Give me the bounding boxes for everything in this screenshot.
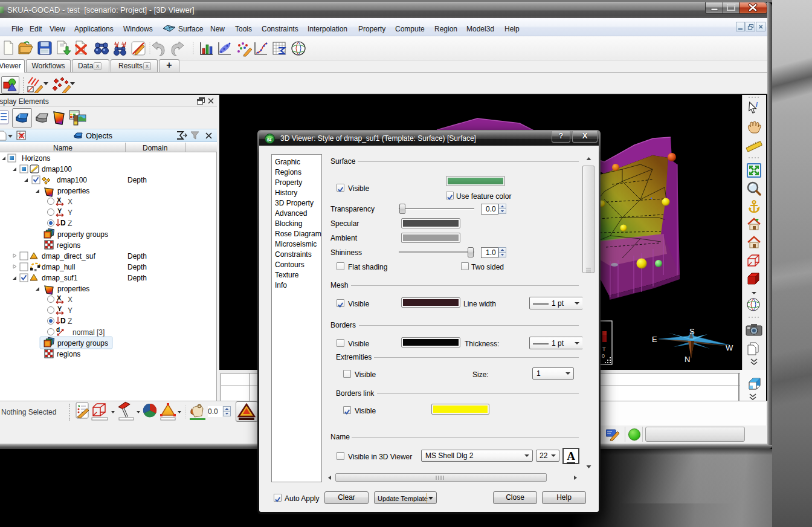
svg-text:normal [3]: normal [3] [72,328,105,337]
svg-text:d: d [56,326,60,333]
svg-text:E: E [652,335,657,344]
svg-text:X: X [57,294,62,302]
svg-text:Y: Y [68,306,72,315]
svg-text:Y: Y [57,207,62,215]
svg-text:property groups: property groups [57,230,108,239]
svg-text:D: D [60,317,66,325]
svg-text:N: N [685,355,690,364]
svg-text:dmap_direct_suf: dmap_direct_suf [42,252,95,260]
svg-text:0: 0 [602,353,605,359]
svg-text:properties: properties [57,187,89,195]
svg-text:dmap100: dmap100 [42,165,72,173]
svg-text:64: 64 [267,138,272,142]
svg-text:Depth: Depth [127,274,147,282]
svg-text:Z: Z [68,317,72,326]
svg-text:property groups: property groups [57,339,108,348]
svg-text:S: S [689,327,695,336]
svg-text:properties: properties [57,285,89,293]
svg-text:regions: regions [57,241,80,250]
svg-text:X: X [57,196,62,204]
svg-text:?: ? [20,133,24,139]
svg-text:Depth: Depth [127,176,147,184]
svg-text:X: X [68,198,72,206]
svg-text:T: T [602,346,606,352]
svg-text:dmap_suf1: dmap_suf1 [42,274,78,282]
svg-text:i: i [756,102,758,108]
svg-text:X: X [68,296,72,304]
svg-text:dmap_hull: dmap_hull [42,263,75,271]
svg-text:Horizons: Horizons [22,154,50,163]
svg-text:W: W [726,343,733,352]
svg-text:Z: Z [68,219,72,228]
svg-text:Depth: Depth [127,252,147,260]
svg-text:Y: Y [57,305,62,312]
svg-text:D: D [60,219,66,227]
svg-text:Y: Y [68,209,72,217]
svg-text:dmap100: dmap100 [57,176,87,184]
svg-text:regions: regions [57,350,80,358]
svg-text:Depth: Depth [127,263,147,271]
